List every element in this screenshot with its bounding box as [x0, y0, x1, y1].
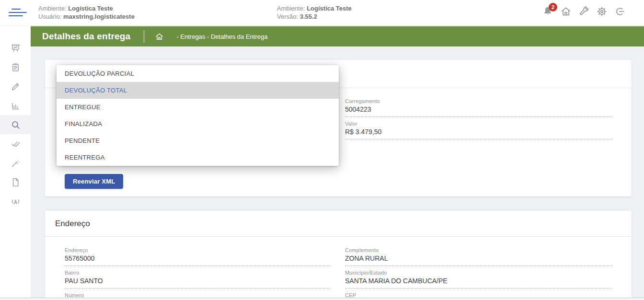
breadcrumb-home-icon[interactable]	[155, 32, 164, 41]
dropdown-option-entregue[interactable]: ENTREGUE	[57, 99, 339, 115]
status-dropdown: DEVOLUÇÃO PARCIAL DEVOLUÇÃO TOTAL ENTREG…	[57, 65, 339, 166]
menu-burger-icon[interactable]	[9, 8, 30, 18]
address-card-title: Endereço	[55, 219, 90, 229]
wrench-icon[interactable]	[578, 6, 590, 17]
version-label: Versão:	[277, 13, 298, 20]
user-value: maxstring.logisticateste	[63, 13, 135, 20]
sidebar-item-orders[interactable]	[0, 58, 31, 77]
sidebar-item-documents[interactable]	[0, 173, 31, 192]
document-icon	[11, 177, 21, 187]
sidebar-item-edit[interactable]	[0, 77, 31, 96]
sidebar-item-reports[interactable]	[0, 96, 31, 115]
sidebar-item-tracking[interactable]	[0, 192, 31, 211]
gear-icon[interactable]	[596, 6, 608, 17]
sidebar-item-tools[interactable]	[0, 153, 31, 173]
bar-chart-icon	[11, 101, 21, 111]
dropdown-option-reentrega[interactable]: REENTREGA	[57, 149, 339, 166]
antenna-icon	[11, 196, 21, 207]
bairro-field: Bairro PAU SANTO	[65, 270, 330, 288]
complemento-field: Complemento ZONA RURAL	[345, 247, 612, 266]
presentation-chart-icon	[11, 43, 21, 53]
sidebar-item-dashboard[interactable]	[0, 38, 31, 58]
address-card: Endereço Endereço 55765000 Complemento Z…	[45, 211, 632, 300]
clipboard-icon	[11, 62, 21, 72]
complemento-value[interactable]: ZONA RURAL	[345, 254, 612, 266]
env2-value: Logística Teste	[307, 5, 352, 12]
carregamento-value[interactable]: 5004223	[345, 105, 612, 117]
dropdown-option-devolucao-parcial[interactable]: DEVOLUÇÃO PARCIAL	[57, 65, 339, 82]
page-title: Detalhes da entrega	[42, 31, 130, 42]
valor-field: Valor R$ 3.479,50	[345, 121, 612, 139]
horizontal-scrollbar[interactable]	[0, 298, 644, 300]
municipio-label: Município/Estado	[345, 270, 612, 276]
version-value: 3.55.2	[300, 13, 317, 20]
user-label: Usuário:	[38, 13, 61, 20]
complemento-label: Complemento	[345, 247, 612, 253]
sidebar	[0, 25, 31, 300]
municipio-value[interactable]: SANTA MARIA DO CAMBUCA/PE	[345, 277, 612, 288]
top-header: Ambiente: Logística Teste Usuário: maxst…	[0, 0, 644, 25]
endereco-value[interactable]: 55765000	[65, 254, 330, 266]
municipio-field: Município/Estado SANTA MARIA DO CAMBUCA/…	[345, 270, 612, 288]
carregamento-label: Carregamento	[345, 98, 612, 104]
bairro-label: Bairro	[65, 270, 330, 276]
card-divider	[45, 236, 632, 237]
environment-version-block: Ambiente: Logística Teste Versão: 3.55.2	[277, 4, 352, 21]
page-bar-divider	[144, 30, 144, 43]
double-check-icon	[11, 139, 21, 149]
sidebar-item-approvals[interactable]	[0, 134, 31, 153]
home-icon[interactable]	[560, 6, 572, 17]
valor-value[interactable]: R$ 3.479,50	[345, 128, 612, 139]
environment-user-block: Ambiente: Logística Teste Usuário: maxst…	[38, 4, 135, 21]
pencil-icon	[11, 81, 21, 92]
page-bar: Detalhes da entrega - Entregas - Detalhe…	[31, 26, 644, 46]
resend-xml-button[interactable]: Reenviar XML	[65, 174, 123, 189]
sidebar-item-search[interactable]	[0, 115, 31, 134]
dropdown-option-pendente[interactable]: PENDENTE	[57, 132, 339, 149]
dropdown-option-devolucao-total[interactable]: DEVOLUÇÃO TOTAL	[57, 82, 339, 99]
valor-label: Valor	[345, 121, 612, 127]
bairro-value[interactable]: PAU SANTO	[65, 277, 330, 288]
env-value: Logística Teste	[68, 5, 113, 12]
env-label: Ambiente:	[38, 5, 67, 12]
endereco-field: Endereço 55765000	[65, 247, 330, 266]
dropdown-option-finalizada[interactable]: FINALIZADA	[57, 115, 339, 132]
magic-wand-icon	[11, 158, 21, 168]
search-icon	[11, 120, 21, 130]
carregamento-field: Carregamento 5004223	[345, 98, 612, 117]
env2-label: Ambiente:	[277, 5, 305, 12]
breadcrumb: - Entregas - Detalhes da Entrega	[176, 33, 267, 40]
endereco-label: Endereço	[65, 247, 330, 253]
notification-badge[interactable]: 2	[549, 3, 557, 12]
logout-icon[interactable]	[614, 6, 626, 17]
